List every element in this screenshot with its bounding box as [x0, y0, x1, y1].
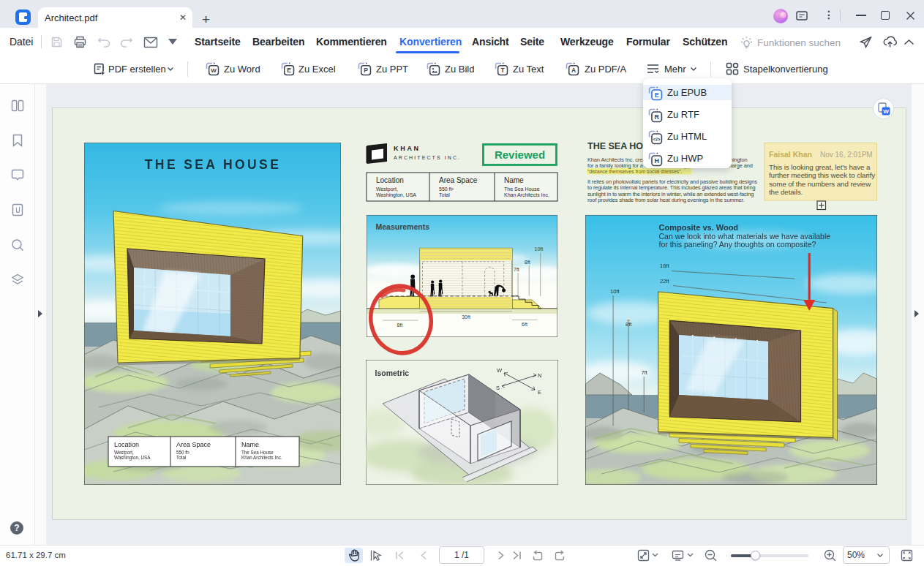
svg-text:Total: Total	[439, 192, 450, 197]
svg-text:T: T	[500, 67, 505, 74]
svg-text:The Sea House: The Sea House	[241, 450, 274, 455]
svg-text:6ft: 6ft	[522, 322, 527, 327]
svg-text:E: E	[538, 389, 541, 396]
svg-text:Nov 16, 2:01PM: Nov 16, 2:01PM	[820, 151, 873, 159]
svg-text:7ft: 7ft	[642, 369, 648, 376]
svg-text:Area Space: Area Space	[439, 176, 478, 184]
svg-text:some of the numbers and review: some of the numbers and review	[769, 180, 871, 188]
svg-text:W: W	[497, 367, 503, 374]
svg-text:16ft: 16ft	[660, 263, 669, 269]
svg-text:Area Space: Area Space	[176, 441, 211, 448]
svg-text:Measurements: Measurements	[376, 222, 430, 231]
svg-text:Faisal Khan: Faisal Khan	[769, 150, 812, 159]
svg-text:A: A	[571, 67, 576, 74]
svg-text:8ft: 8ft	[397, 322, 403, 328]
svg-text:W: W	[883, 108, 889, 115]
svg-text:</>: </>	[653, 137, 661, 142]
svg-text:22ft: 22ft	[660, 278, 669, 284]
svg-text:Westport,: Westport,	[376, 186, 398, 192]
svg-text:550 ft²: 550 ft²	[439, 186, 454, 192]
svg-text:Khan Architects Inc.: Khan Architects Inc.	[241, 455, 282, 460]
svg-text:Composite vs. Wood: Composite vs. Wood	[659, 223, 739, 232]
svg-text:Location: Location	[114, 441, 139, 448]
svg-text:7ft: 7ft	[514, 267, 519, 272]
svg-text:Name: Name	[504, 176, 524, 184]
svg-text:N: N	[538, 372, 541, 379]
svg-text:550 ft²: 550 ft²	[176, 450, 189, 455]
svg-text:S: S	[496, 385, 500, 391]
svg-text:This is looking great, let's h: This is looking great, let's have a	[769, 163, 871, 171]
svg-text:Reviewed: Reviewed	[495, 148, 545, 161]
svg-text:KHAN: KHAN	[394, 145, 421, 152]
svg-text:E: E	[655, 91, 659, 99]
svg-text:P: P	[364, 67, 368, 74]
svg-text:Isometric: Isometric	[375, 369, 410, 377]
svg-text:10ft: 10ft	[610, 288, 620, 295]
svg-text:for this paneling? Any thought: for this paneling? Any thoughts on compo…	[659, 240, 816, 249]
svg-text:Can we look into what material: Can we look into what materials we have …	[659, 232, 831, 241]
svg-text:the details.: the details.	[769, 188, 803, 196]
svg-text:“distance themselves from soci: “distance themselves from social stresse…	[587, 169, 682, 175]
svg-text:The Sea House: The Sea House	[504, 186, 540, 192]
svg-text:roof provides shade from solar: roof provides shade from solar heat duri…	[587, 197, 744, 203]
svg-text:8ft: 8ft	[525, 260, 530, 265]
svg-text:30ft: 30ft	[462, 314, 470, 320]
svg-text:W: W	[211, 67, 217, 74]
svg-text:Name: Name	[241, 441, 259, 448]
svg-text:Location: Location	[376, 176, 404, 184]
svg-text:8ft: 8ft	[626, 321, 632, 328]
svg-text:Washington, USA: Washington, USA	[114, 455, 151, 461]
svg-text:Khan Architects Inc.: Khan Architects Inc.	[504, 192, 549, 197]
svg-text:Washington, USA: Washington, USA	[376, 192, 416, 198]
svg-text:THE SEA HOUSE: THE SEA HOUSE	[145, 157, 282, 172]
svg-text:further meeting this week to c: further meeting this week to clarify	[769, 171, 875, 179]
svg-text:ARCHITECTS INC.: ARCHITECTS INC.	[394, 155, 461, 160]
svg-text:R: R	[654, 113, 659, 121]
svg-text:E: E	[287, 67, 291, 74]
svg-text:Total: Total	[176, 455, 186, 460]
svg-text:10ft: 10ft	[535, 246, 544, 252]
svg-text:H: H	[654, 157, 658, 165]
